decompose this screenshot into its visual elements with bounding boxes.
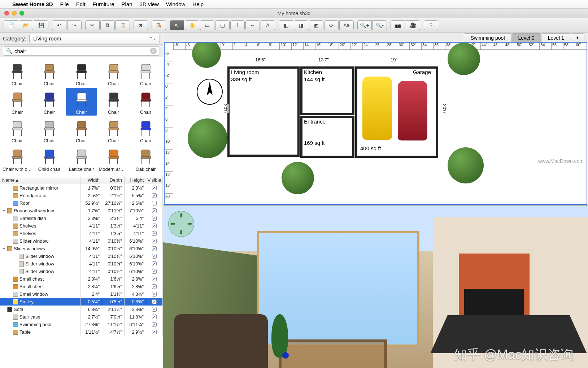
catalog-item[interactable]: Chair — [66, 116, 97, 144]
level-tab[interactable]: Level 1 — [541, 33, 571, 42]
delete-button[interactable]: ✖ — [134, 20, 148, 30]
zoom-out-button[interactable]: 🔍- — [373, 20, 387, 30]
polyline-button[interactable]: ⌇ — [230, 20, 245, 30]
table-row[interactable]: Slider window 4'11" 0'10⅝" 6'10⅝" ✓ — [0, 237, 163, 245]
catalog-item[interactable]: Chair — [1, 88, 33, 116]
cut-button[interactable]: ✂ — [85, 20, 100, 30]
3d-view[interactable]: ⬆ ⬅➡ ⬇ 知乎 @Mac知识咨询 — [163, 206, 588, 368]
app-name[interactable]: Sweet Home 3D — [12, 1, 53, 7]
table-row[interactable]: Small window 2'4" 1'1⅜" 4'8¾" ✓ — [0, 290, 163, 298]
visible-checkbox[interactable]: ✓ — [152, 224, 157, 228]
catalog-item[interactable]: Chair — [34, 116, 65, 144]
visible-checkbox[interactable]: ✓ — [152, 193, 157, 198]
catalog-item[interactable]: Chair — [1, 59, 33, 87]
plan-rot-button[interactable]: ⟳ — [324, 20, 339, 30]
menu-window[interactable]: Window — [166, 1, 185, 7]
table-row[interactable]: Sofa 6'3¾" 2'11½" 3'3⅜" ✓ — [0, 306, 163, 313]
catalog-item[interactable]: Modern arm… — [98, 145, 129, 173]
table-row[interactable]: Stair case 2'7½" 7'0½" 11'8¾" ✓ — [0, 313, 163, 321]
search-input[interactable] — [14, 48, 148, 54]
catalog-item[interactable]: Chair — [34, 88, 65, 116]
visible-checkbox[interactable]: ✓ — [152, 315, 157, 319]
table-row[interactable]: Rectangular mirror 1'7⅝" 0'0⅜" 2'3½" ✓ — [0, 184, 163, 192]
table-row[interactable]: Slider window 4'11" 0'10⅝" 6'10⅝" ✓ — [0, 252, 163, 260]
nav-left-icon[interactable]: ⬅ — [170, 220, 175, 227]
plan-3d-button[interactable]: ◧ — [279, 20, 293, 30]
visible-checkbox[interactable]: ✓ — [152, 277, 157, 281]
catalog-item[interactable]: Chair — [130, 59, 161, 87]
table-row[interactable]: ▼ Slider windows 14'9½" 0'10⅝" 6'10⅝" ✓ — [0, 245, 163, 252]
catalog-item[interactable]: Chair — [98, 88, 129, 116]
table-row[interactable]: Refridgerator 2'5½" 2'1⅝" 5'5¾" ✓ — [0, 192, 163, 199]
disclosure-icon[interactable]: ▼ — [2, 209, 6, 213]
table-row[interactable]: ▼ Round wall window 1'7⅝" 0'11¾" 7'10½" … — [0, 207, 163, 215]
catalog-item[interactable]: Chair — [34, 59, 65, 87]
col-width[interactable]: Width — [80, 176, 102, 184]
visible-checkbox[interactable]: ✓ — [152, 261, 157, 266]
redo-button[interactable]: ↷ — [67, 20, 82, 30]
catalog-item[interactable]: Chair with c… — [1, 145, 33, 173]
visible-checkbox[interactable]: ✓ — [152, 208, 157, 213]
menu-plan[interactable]: Plan — [122, 1, 132, 7]
add-furniture-button[interactable]: 🪑 — [152, 20, 166, 30]
visible-checkbox[interactable]: ✓ — [152, 322, 157, 327]
visible-checkbox[interactable] — [152, 201, 157, 205]
catalog-item[interactable]: Chair — [130, 116, 161, 144]
compass-icon[interactable] — [197, 79, 223, 105]
add-level-button[interactable]: + — [571, 33, 584, 42]
table-row[interactable]: Shelves 4'11" 1'3¼" 4'11" ✓ — [0, 222, 163, 230]
table-row[interactable]: Small chest 2'8¼" 1'6¼" 2'8⅝" ✓ — [0, 275, 163, 283]
plan-canvas[interactable]: www.MacDown.com Living room339 sq ftKitc… — [173, 50, 587, 204]
visible-checkbox[interactable]: ✓ — [152, 239, 157, 243]
col-name[interactable]: Name ▲ — [0, 176, 80, 184]
text-button[interactable]: A — [261, 20, 275, 30]
table-row[interactable]: Table 1'11½" 4'7⅛" 2'9½" ✓ — [0, 328, 163, 336]
copy-button[interactable]: ⧉ — [100, 20, 115, 30]
catalog-item[interactable]: Chair — [130, 88, 161, 116]
col-depth[interactable]: Depth — [102, 176, 125, 184]
catalog-item[interactable]: Child chair — [34, 145, 65, 173]
visible-checkbox[interactable]: ✓ — [152, 186, 157, 190]
visible-checkbox[interactable]: ✓ — [152, 254, 157, 259]
menu-file[interactable]: File — [60, 1, 69, 7]
paste-button[interactable]: 📋 — [116, 20, 130, 30]
select-button[interactable]: ↖ — [170, 20, 184, 30]
plan-aa-button[interactable]: Aa — [339, 20, 354, 30]
room-button[interactable]: ▢ — [215, 20, 230, 30]
table-row[interactable]: Slider window 4'11" 0'10⅝" 6'10⅝" ✓ — [0, 268, 163, 275]
wall-button[interactable]: ▭ — [200, 20, 214, 30]
visible-checkbox[interactable]: ✓ — [152, 292, 157, 296]
menu-3dview[interactable]: 3D view — [140, 1, 159, 7]
catalog-item[interactable]: Chair — [98, 116, 129, 144]
undo-button[interactable]: ↶ — [52, 20, 66, 30]
visible-checkbox[interactable]: ✓ — [152, 231, 157, 236]
catalog-item[interactable]: Chair — [66, 59, 97, 87]
zoom-in-button[interactable]: 🔍+ — [357, 20, 372, 30]
minimize-window-icon[interactable] — [12, 11, 17, 16]
close-window-icon[interactable] — [4, 11, 9, 16]
catalog-item[interactable]: Oak chair — [130, 145, 161, 173]
table-row[interactable]: Shelves 4'11" 1'3¼" 4'11" ✓ — [0, 230, 163, 237]
table-row[interactable]: Satellite dish 2'3⅝" 2'3⅜" 2'4" ✓ — [0, 215, 163, 222]
catalog-item[interactable]: Chair — [1, 116, 33, 144]
catalog-grid[interactable]: Chair Chair Chair Chair Chair — [0, 57, 163, 176]
plan-view[interactable]: -8'-6'-4'-2'0'2'4'6'8'10'12'14'16'18'20'… — [164, 42, 587, 205]
table-row[interactable]: Roof 52'9½" 27'10¼" 2'6⅜" — [0, 199, 163, 207]
help-button[interactable]: ? — [424, 20, 438, 30]
visible-checkbox[interactable]: ✓ — [152, 299, 157, 304]
nav-up-icon[interactable]: ⬆ — [179, 212, 183, 219]
new-button[interactable]: 📄 — [4, 20, 18, 30]
photo-button[interactable]: 📷 — [391, 20, 405, 30]
disclosure-icon[interactable]: ▼ — [2, 247, 6, 251]
level-tab[interactable]: Swimming pool — [464, 33, 512, 42]
visible-checkbox[interactable]: ✓ — [152, 284, 157, 289]
3d-nav-control[interactable]: ⬆ ⬅➡ ⬇ — [168, 211, 194, 237]
table-header[interactable]: Name ▲ Width Depth Height Visible — [0, 176, 163, 184]
menu-furniture[interactable]: Furniture — [93, 1, 114, 7]
table-row[interactable]: Smiley 0'5¼" 0'5¼" 0'8⅜" ✓ — [0, 298, 163, 306]
video-button[interactable]: 🎥 — [406, 20, 420, 30]
category-dropdown[interactable]: Living room ⌃⌄ — [29, 34, 160, 43]
catalog-item[interactable]: Chair — [98, 59, 129, 87]
clear-search-icon[interactable]: ✕ — [150, 48, 157, 54]
visible-checkbox[interactable]: ✓ — [152, 269, 157, 274]
